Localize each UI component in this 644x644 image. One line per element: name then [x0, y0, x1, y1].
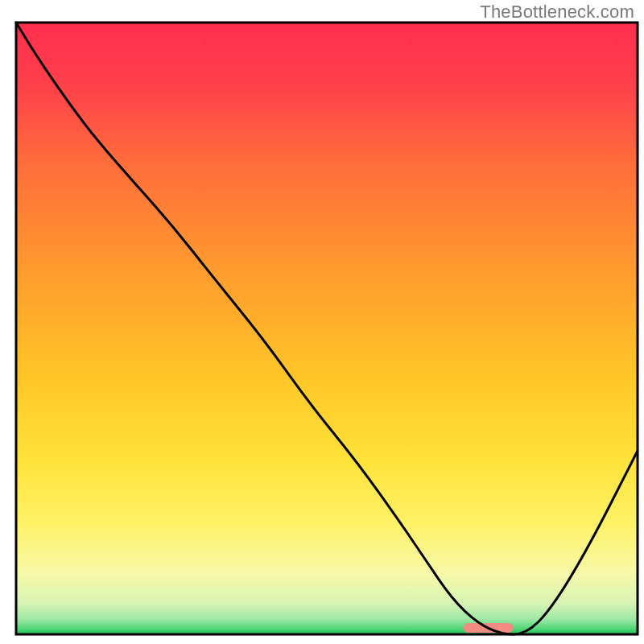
bottleneck-chart [0, 0, 644, 644]
plot-background [16, 23, 638, 634]
watermark-text: TheBottleneck.com [480, 2, 634, 23]
